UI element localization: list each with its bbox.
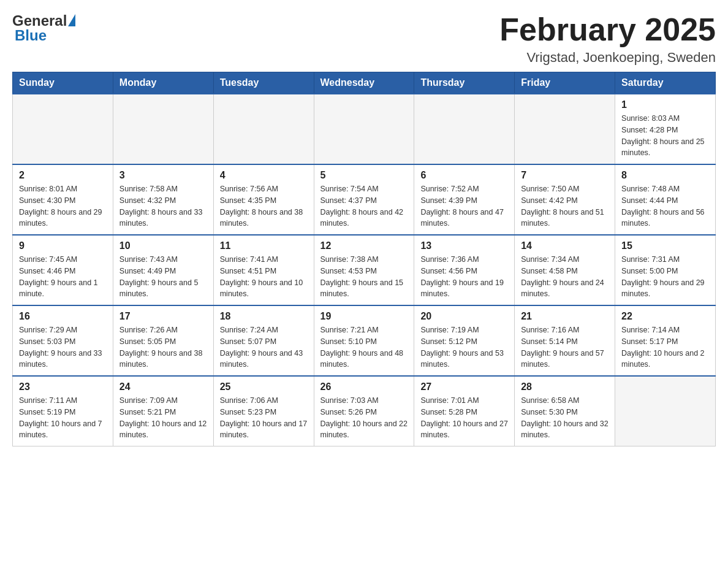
day-number: 5 (320, 170, 408, 181)
col-monday: Monday (113, 72, 213, 94)
day-number: 6 (420, 170, 508, 181)
day-number: 11 (220, 240, 308, 251)
day-info: Sunrise: 7:43 AMSunset: 4:49 PMDaylight:… (119, 254, 207, 300)
col-thursday: Thursday (414, 72, 515, 94)
table-row (213, 94, 314, 164)
day-info: Sunrise: 7:03 AMSunset: 5:26 PMDaylight:… (320, 395, 408, 441)
day-number: 14 (521, 240, 609, 251)
day-info: Sunrise: 7:31 AMSunset: 5:00 PMDaylight:… (621, 254, 709, 300)
table-row: 1Sunrise: 8:03 AMSunset: 4:28 PMDaylight… (615, 94, 716, 164)
day-info: Sunrise: 7:38 AMSunset: 4:53 PMDaylight:… (320, 254, 408, 300)
day-info: Sunrise: 7:36 AMSunset: 4:56 PMDaylight:… (420, 254, 508, 300)
day-number: 7 (521, 170, 609, 181)
day-number: 21 (521, 311, 609, 322)
table-row: 15Sunrise: 7:31 AMSunset: 5:00 PMDayligh… (615, 235, 716, 305)
table-row: 7Sunrise: 7:50 AMSunset: 4:42 PMDaylight… (515, 164, 615, 235)
calendar-week-row: 2Sunrise: 8:01 AMSunset: 4:30 PMDaylight… (13, 164, 716, 235)
day-number: 9 (19, 240, 107, 251)
table-row: 3Sunrise: 7:58 AMSunset: 4:32 PMDaylight… (113, 164, 213, 235)
day-info: Sunrise: 7:09 AMSunset: 5:21 PMDaylight:… (119, 395, 207, 441)
table-row: 17Sunrise: 7:26 AMSunset: 5:05 PMDayligh… (113, 305, 213, 376)
day-info: Sunrise: 7:58 AMSunset: 4:32 PMDaylight:… (119, 183, 207, 229)
day-number: 26 (320, 381, 408, 393)
day-info: Sunrise: 7:56 AMSunset: 4:35 PMDaylight:… (220, 183, 308, 229)
table-row: 4Sunrise: 7:56 AMSunset: 4:35 PMDaylight… (213, 164, 314, 235)
table-row: 19Sunrise: 7:21 AMSunset: 5:10 PMDayligh… (314, 305, 414, 376)
calendar-week-row: 9Sunrise: 7:45 AMSunset: 4:46 PMDaylight… (13, 235, 716, 305)
title-block: February 2025 Vrigstad, Joenkoeping, Swe… (499, 12, 716, 66)
col-wednesday: Wednesday (314, 72, 414, 94)
table-row: 14Sunrise: 7:34 AMSunset: 4:58 PMDayligh… (515, 235, 615, 305)
day-info: Sunrise: 7:45 AMSunset: 4:46 PMDaylight:… (19, 254, 107, 300)
location-text: Vrigstad, Joenkoeping, Sweden (499, 50, 716, 66)
day-number: 10 (119, 240, 207, 251)
day-number: 27 (420, 381, 508, 393)
day-info: Sunrise: 7:19 AMSunset: 5:12 PMDaylight:… (420, 324, 508, 370)
table-row: 5Sunrise: 7:54 AMSunset: 4:37 PMDaylight… (314, 164, 414, 235)
calendar-header-row: Sunday Monday Tuesday Wednesday Thursday… (13, 72, 716, 94)
day-info: Sunrise: 7:11 AMSunset: 5:19 PMDaylight:… (19, 395, 107, 441)
calendar-table: Sunday Monday Tuesday Wednesday Thursday… (12, 72, 716, 446)
table-row: 27Sunrise: 7:01 AMSunset: 5:28 PMDayligh… (414, 376, 515, 446)
table-row: 26Sunrise: 7:03 AMSunset: 5:26 PMDayligh… (314, 376, 414, 446)
table-row (414, 94, 515, 164)
table-row (314, 94, 414, 164)
day-number: 1 (621, 99, 709, 110)
table-row: 13Sunrise: 7:36 AMSunset: 4:56 PMDayligh… (414, 235, 515, 305)
day-info: Sunrise: 7:14 AMSunset: 5:17 PMDaylight:… (621, 324, 709, 370)
day-info: Sunrise: 7:26 AMSunset: 5:05 PMDaylight:… (119, 324, 207, 370)
day-info: Sunrise: 7:29 AMSunset: 5:03 PMDaylight:… (19, 324, 107, 370)
day-info: Sunrise: 8:01 AMSunset: 4:30 PMDaylight:… (19, 183, 107, 229)
table-row (515, 94, 615, 164)
day-info: Sunrise: 6:58 AMSunset: 5:30 PMDaylight:… (521, 395, 609, 441)
logo-blue-text: Blue (15, 27, 75, 44)
day-info: Sunrise: 7:54 AMSunset: 4:37 PMDaylight:… (320, 183, 408, 229)
day-number: 4 (220, 170, 308, 181)
table-row (13, 94, 113, 164)
day-number: 23 (19, 381, 107, 393)
table-row: 25Sunrise: 7:06 AMSunset: 5:23 PMDayligh… (213, 376, 314, 446)
table-row: 28Sunrise: 6:58 AMSunset: 5:30 PMDayligh… (515, 376, 615, 446)
day-info: Sunrise: 7:01 AMSunset: 5:28 PMDaylight:… (420, 395, 508, 441)
table-row: 16Sunrise: 7:29 AMSunset: 5:03 PMDayligh… (13, 305, 113, 376)
day-info: Sunrise: 7:50 AMSunset: 4:42 PMDaylight:… (521, 183, 609, 229)
logo-triangle-icon (68, 14, 75, 26)
table-row: 6Sunrise: 7:52 AMSunset: 4:39 PMDaylight… (414, 164, 515, 235)
day-number: 22 (621, 311, 709, 322)
day-number: 8 (621, 170, 709, 181)
month-title: February 2025 (499, 12, 716, 47)
day-number: 20 (420, 311, 508, 322)
day-info: Sunrise: 7:41 AMSunset: 4:51 PMDaylight:… (220, 254, 308, 300)
day-number: 18 (220, 311, 308, 322)
col-friday: Friday (515, 72, 615, 94)
table-row: 11Sunrise: 7:41 AMSunset: 4:51 PMDayligh… (213, 235, 314, 305)
table-row: 2Sunrise: 8:01 AMSunset: 4:30 PMDaylight… (13, 164, 113, 235)
day-number: 25 (220, 381, 308, 393)
calendar-week-row: 16Sunrise: 7:29 AMSunset: 5:03 PMDayligh… (13, 305, 716, 376)
table-row: 18Sunrise: 7:24 AMSunset: 5:07 PMDayligh… (213, 305, 314, 376)
table-row: 22Sunrise: 7:14 AMSunset: 5:17 PMDayligh… (615, 305, 716, 376)
day-info: Sunrise: 8:03 AMSunset: 4:28 PMDaylight:… (621, 113, 709, 159)
table-row: 24Sunrise: 7:09 AMSunset: 5:21 PMDayligh… (113, 376, 213, 446)
day-info: Sunrise: 7:24 AMSunset: 5:07 PMDaylight:… (220, 324, 308, 370)
day-number: 17 (119, 311, 207, 322)
day-number: 24 (119, 381, 207, 393)
day-number: 19 (320, 311, 408, 322)
col-sunday: Sunday (13, 72, 113, 94)
table-row: 10Sunrise: 7:43 AMSunset: 4:49 PMDayligh… (113, 235, 213, 305)
logo: General Blue (12, 12, 75, 44)
day-number: 15 (621, 240, 709, 251)
table-row: 21Sunrise: 7:16 AMSunset: 5:14 PMDayligh… (515, 305, 615, 376)
day-number: 2 (19, 170, 107, 181)
table-row (615, 376, 716, 446)
day-number: 16 (19, 311, 107, 322)
day-number: 12 (320, 240, 408, 251)
day-info: Sunrise: 7:16 AMSunset: 5:14 PMDaylight:… (521, 324, 609, 370)
table-row: 23Sunrise: 7:11 AMSunset: 5:19 PMDayligh… (13, 376, 113, 446)
table-row: 9Sunrise: 7:45 AMSunset: 4:46 PMDaylight… (13, 235, 113, 305)
col-saturday: Saturday (615, 72, 716, 94)
day-info: Sunrise: 7:06 AMSunset: 5:23 PMDaylight:… (220, 395, 308, 441)
calendar-week-row: 23Sunrise: 7:11 AMSunset: 5:19 PMDayligh… (13, 376, 716, 446)
day-info: Sunrise: 7:52 AMSunset: 4:39 PMDaylight:… (420, 183, 508, 229)
table-row: 20Sunrise: 7:19 AMSunset: 5:12 PMDayligh… (414, 305, 515, 376)
